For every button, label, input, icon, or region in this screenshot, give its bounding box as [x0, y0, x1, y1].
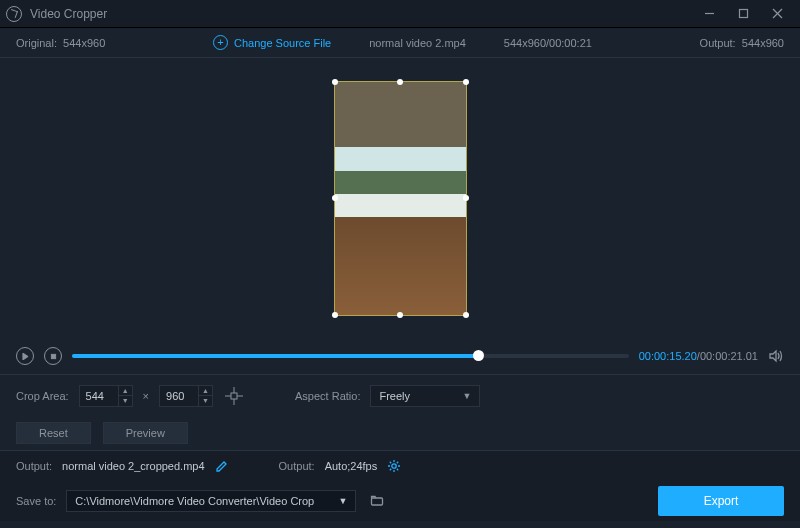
crop-handle-mr[interactable] — [463, 195, 469, 201]
crop-handle-tr[interactable] — [463, 79, 469, 85]
svg-point-12 — [392, 464, 396, 468]
play-button[interactable] — [16, 347, 34, 365]
action-buttons: Reset Preview — [0, 416, 800, 450]
preview-label: Preview — [126, 427, 165, 439]
output-dims: 544x960 — [742, 37, 784, 49]
player-controls: 00:00:15.20/00:00:21.01 — [0, 338, 800, 374]
preview-button[interactable]: Preview — [103, 422, 188, 444]
svg-rect-1 — [739, 10, 747, 18]
svg-marker-6 — [770, 351, 776, 361]
aspect-ratio-label: Aspect Ratio: — [295, 390, 360, 402]
crop-handle-br[interactable] — [463, 312, 469, 318]
crop-handle-bm[interactable] — [397, 312, 403, 318]
svg-rect-13 — [372, 498, 383, 505]
video-thumbnail — [335, 82, 466, 315]
info-bar: Original: 544x960 + Change Source File n… — [0, 28, 800, 58]
window-title: Video Cropper — [30, 7, 692, 21]
app-logo-icon — [6, 6, 22, 22]
crop-area-label: Crop Area: — [16, 390, 69, 402]
crop-options: Crop Area: 544 ▲▼ × 960 ▲▼ Aspect Ratio:… — [0, 374, 800, 416]
timeline-knob[interactable] — [473, 350, 484, 361]
output-file-label: Output: — [16, 460, 52, 472]
export-label: Export — [704, 494, 739, 508]
maximize-button[interactable] — [726, 0, 760, 28]
height-step-down[interactable]: ▼ — [198, 396, 212, 406]
open-folder-button[interactable] — [366, 490, 388, 512]
output-row: Output: normal video 2_cropped.mp4 Outpu… — [0, 451, 800, 481]
source-filename: normal video 2.mp4 — [369, 37, 466, 49]
crop-height-input[interactable]: 960 ▲▼ — [159, 385, 213, 407]
output-dims-label: Output: 544x960 — [700, 37, 784, 49]
output-filename: normal video 2_cropped.mp4 — [62, 460, 204, 472]
timeline-progress — [72, 354, 478, 358]
crop-handle-bl[interactable] — [332, 312, 338, 318]
save-row: Save to: C:\Vidmore\Vidmore Video Conver… — [0, 481, 800, 521]
bottom-panel: Output: normal video 2_cropped.mp4 Outpu… — [0, 450, 800, 521]
volume-button[interactable] — [768, 348, 784, 364]
save-path-select[interactable]: C:\Vidmore\Vidmore Video Converter\Video… — [66, 490, 356, 512]
save-path-value: C:\Vidmore\Vidmore Video Converter\Video… — [75, 495, 314, 507]
source-meta: 544x960/00:00:21 — [504, 37, 592, 49]
crop-width-input[interactable]: 544 ▲▼ — [79, 385, 133, 407]
crop-height-value: 960 — [160, 390, 198, 402]
width-step-up[interactable]: ▲ — [118, 386, 132, 396]
original-dims: 544x960 — [63, 37, 105, 49]
total-time: 00:00:21.01 — [700, 350, 758, 362]
timecode: 00:00:15.20/00:00:21.01 — [639, 350, 758, 362]
original-label: Original: — [16, 37, 57, 49]
output-format-value: Auto;24fps — [325, 460, 378, 472]
output-label: Output: — [700, 37, 736, 49]
titlebar: Video Cropper — [0, 0, 800, 28]
timeline-slider[interactable] — [72, 354, 629, 358]
export-button[interactable]: Export — [658, 486, 784, 516]
minimize-button[interactable] — [692, 0, 726, 28]
svg-marker-4 — [22, 353, 27, 360]
plus-circle-icon: + — [213, 35, 228, 50]
edit-filename-button[interactable] — [215, 459, 229, 473]
crop-handle-tm[interactable] — [397, 79, 403, 85]
stop-button[interactable] — [44, 347, 62, 365]
crop-width-value: 544 — [80, 390, 118, 402]
close-button[interactable] — [760, 0, 794, 28]
reset-button[interactable]: Reset — [16, 422, 91, 444]
output-settings-button[interactable] — [387, 459, 401, 473]
height-step-up[interactable]: ▲ — [198, 386, 212, 396]
original-dims-label: Original: 544x960 — [16, 37, 105, 49]
center-crop-button[interactable] — [223, 385, 245, 407]
save-to-label: Save to: — [16, 495, 56, 507]
chevron-down-icon: ▼ — [338, 496, 347, 506]
current-time: 00:00:15.20 — [639, 350, 697, 362]
times-symbol: × — [143, 390, 149, 402]
reset-label: Reset — [39, 427, 68, 439]
aspect-ratio-value: Freely — [379, 390, 410, 402]
crop-handle-tl[interactable] — [332, 79, 338, 85]
output-format-label: Output: — [279, 460, 315, 472]
preview-area — [0, 58, 800, 338]
change-source-button[interactable]: + Change Source File — [213, 35, 331, 50]
crop-handle-ml[interactable] — [332, 195, 338, 201]
svg-rect-11 — [231, 393, 237, 399]
width-step-down[interactable]: ▼ — [118, 396, 132, 406]
change-source-label: Change Source File — [234, 37, 331, 49]
crop-frame[interactable] — [334, 81, 467, 316]
svg-rect-5 — [51, 354, 55, 358]
chevron-down-icon: ▼ — [463, 391, 472, 401]
aspect-ratio-select[interactable]: Freely ▼ — [370, 385, 480, 407]
